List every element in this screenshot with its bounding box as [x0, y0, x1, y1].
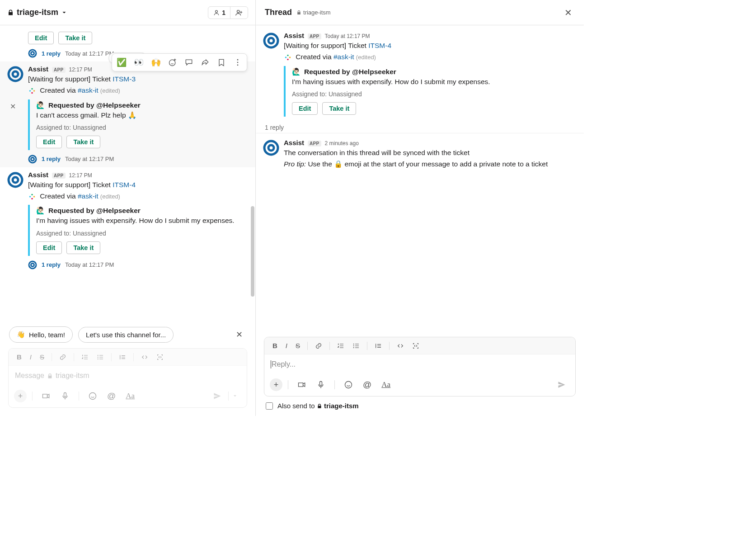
reply-thread-button[interactable] — [181, 56, 197, 69]
chevron-down-icon — [61, 9, 67, 16]
svg-point-37 — [345, 382, 352, 388]
italic-button[interactable]: I — [282, 340, 291, 351]
placeholder-prefix: Message — [15, 372, 44, 380]
reply-count-link[interactable]: 1 reply — [42, 156, 61, 162]
italic-button[interactable]: I — [26, 351, 35, 363]
message-timestamp[interactable]: 12:17 PM — [69, 172, 92, 179]
bullet-list-button[interactable] — [93, 352, 108, 363]
mention-button[interactable]: @ — [359, 377, 375, 392]
link-button[interactable] — [311, 340, 326, 351]
codeblock-button[interactable] — [153, 352, 167, 363]
mic-button[interactable] — [313, 378, 329, 392]
remove-attachment-button[interactable]: ✕ — [10, 102, 16, 111]
message-list[interactable]: Today Edit Take it 1 reply Today at 12:1… — [0, 25, 255, 322]
send-button[interactable] — [209, 390, 225, 402]
ordered-list-button[interactable] — [333, 340, 348, 351]
message-timestamp[interactable]: 12:17 PM — [69, 66, 92, 73]
video-button[interactable] — [38, 389, 54, 403]
send-button[interactable] — [554, 378, 570, 391]
blockquote-button[interactable] — [115, 352, 130, 363]
sender-name[interactable]: Assist — [284, 32, 304, 39]
dismiss-suggestions-button[interactable]: ✕ — [232, 330, 246, 340]
bullet-list-button[interactable] — [349, 340, 363, 351]
thread-message-list[interactable]: Assist APP Today at 12:17 PM [Waiting fo… — [256, 25, 584, 335]
mention-button[interactable]: @ — [103, 388, 119, 404]
bold-button[interactable]: B — [269, 340, 281, 351]
message-subtext: Created via #ask-it (edited) — [28, 191, 248, 201]
edit-button[interactable]: Edit — [36, 136, 62, 148]
take-it-button[interactable]: Take it — [66, 241, 100, 254]
message-input[interactable]: Message triage-itsm — [9, 366, 247, 386]
send-options-button[interactable] — [228, 392, 241, 401]
emoji-button[interactable] — [85, 389, 101, 403]
assist-avatar[interactable] — [7, 172, 23, 188]
video-button[interactable] — [294, 378, 310, 392]
channel-link[interactable]: #ask-it — [333, 53, 354, 61]
edit-button[interactable]: Edit — [36, 241, 62, 254]
reply-count-link[interactable]: 1 reply — [42, 261, 61, 268]
also-send-checkbox[interactable] — [266, 402, 273, 410]
assist-avatar[interactable] — [263, 33, 279, 49]
code-button[interactable] — [137, 352, 152, 363]
message-timestamp[interactable]: 2 minutes ago — [325, 140, 359, 146]
ordered-list-button[interactable] — [78, 352, 92, 363]
sender-name[interactable]: Assist — [284, 139, 304, 146]
suggestion-pill[interactable]: 👋 Hello, team! — [9, 326, 73, 343]
take-it-button[interactable]: Take it — [322, 102, 356, 115]
assist-avatar-small — [28, 155, 37, 164]
sender-name[interactable]: Assist — [28, 171, 48, 179]
member-count-button[interactable]: 1 — [208, 7, 230, 19]
requested-by: Requested by @Helpseeker — [48, 101, 141, 109]
react-eyes-button[interactable]: 👀 — [130, 56, 147, 69]
channel-name-button[interactable]: triage-itsm — [7, 8, 67, 17]
add-reaction-button[interactable] — [164, 56, 181, 69]
ticket-link[interactable]: ITSM-4 — [368, 42, 391, 49]
react-check-button[interactable]: ✅ — [113, 56, 130, 69]
message-timestamp[interactable]: Today at 12:17 PM — [325, 33, 370, 39]
strike-button[interactable]: S — [36, 351, 48, 363]
channel-link[interactable]: #ask-it — [78, 86, 99, 94]
format-toggle-button[interactable]: Aa — [122, 389, 138, 403]
mic-button[interactable] — [57, 389, 73, 403]
bold-button[interactable]: B — [13, 351, 25, 363]
svg-point-36 — [353, 347, 354, 348]
requested-by: Requested by @Helpseeker — [304, 68, 396, 76]
code-button[interactable] — [393, 340, 408, 351]
add-person-button[interactable] — [230, 7, 248, 19]
emoji-button[interactable] — [340, 378, 357, 392]
thread-subtitle[interactable]: triage-itsm — [296, 9, 331, 16]
ticket-link[interactable]: ITSM-4 — [113, 181, 136, 189]
ticket-prefix: [Waiting for support] Ticket — [28, 75, 113, 83]
sender-name[interactable]: Assist — [28, 65, 48, 73]
edit-button[interactable]: Edit — [292, 102, 318, 115]
assist-avatar[interactable] — [7, 66, 23, 82]
link-button[interactable] — [56, 352, 70, 363]
share-button[interactable] — [197, 56, 213, 69]
attach-button[interactable]: + — [14, 390, 27, 402]
thread-header: Thread triage-itsm ✕ — [256, 0, 584, 25]
bookmark-button[interactable] — [213, 56, 230, 69]
assist-avatar[interactable] — [263, 140, 279, 156]
reply-input[interactable]: Reply... — [264, 354, 575, 374]
strike-button[interactable]: S — [292, 340, 304, 351]
close-thread-button[interactable]: ✕ — [562, 5, 575, 21]
svg-point-26 — [264, 34, 278, 47]
message-text: [Waiting for support] Ticket ITSM-4 — [28, 179, 248, 190]
reply-count-link[interactable]: 1 reply — [42, 50, 61, 57]
more-actions-button[interactable] — [230, 56, 246, 69]
suggestion-pill[interactable]: Let's use this channel for... — [78, 327, 174, 343]
wave-emoji: 👋 — [17, 330, 25, 339]
attach-button[interactable]: + — [270, 378, 282, 391]
format-toggle-button[interactable]: Aa — [378, 378, 394, 392]
scrollbar[interactable] — [251, 206, 254, 297]
smile-icon — [88, 392, 97, 401]
separator — [389, 342, 390, 350]
channel-link[interactable]: #ask-it — [78, 192, 99, 200]
take-it-button[interactable]: Take it — [66, 136, 100, 148]
take-it-button[interactable]: Take it — [58, 32, 92, 44]
blockquote-button[interactable] — [371, 340, 385, 351]
react-raised-button[interactable]: 🙌 — [147, 56, 164, 69]
ticket-link[interactable]: ITSM-3 — [113, 75, 136, 83]
edit-button[interactable]: Edit — [28, 32, 54, 44]
codeblock-button[interactable] — [409, 340, 423, 351]
